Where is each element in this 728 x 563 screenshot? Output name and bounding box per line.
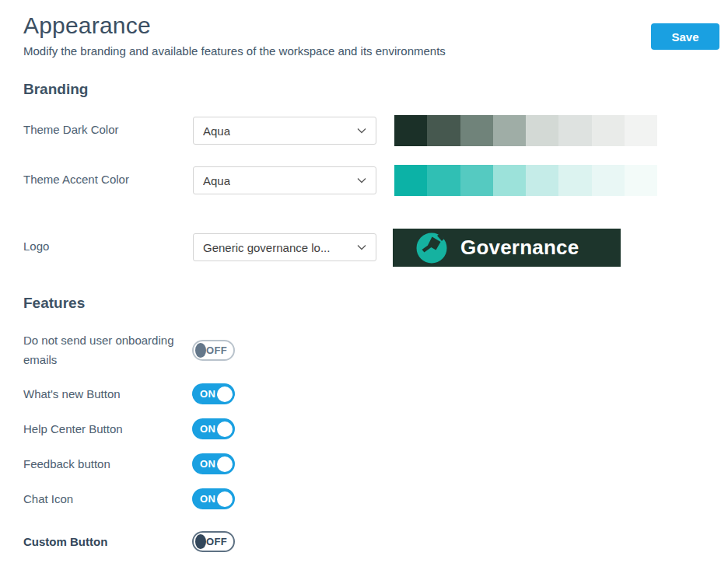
governance-gavel-icon (416, 233, 447, 264)
appearance-settings-page: Appearance Modify the branding and avail… (0, 0, 728, 563)
chevron-down-icon (355, 124, 368, 137)
toggle-help-center-button[interactable]: ON (192, 418, 235, 439)
logo-row: Logo Generic governance lo... Governance (23, 233, 728, 267)
palette-cell (625, 165, 657, 196)
palette-cell (493, 165, 526, 196)
toggle-chat-icon[interactable]: ON (192, 488, 235, 509)
feature-label: Custom Button (23, 532, 192, 551)
palette-cell (625, 115, 657, 146)
page-subtitle: Modify the branding and available featur… (23, 44, 705, 58)
theme-dark-color-palette (394, 115, 657, 146)
features-section-heading: Features (23, 295, 728, 312)
feature-row-chat-icon: Chat Icon ON (23, 488, 728, 509)
logo-dropdown-value: Generic governance lo... (203, 241, 330, 254)
toggle-state-label: ON (200, 423, 215, 435)
toggle-knob (217, 456, 233, 472)
palette-cell (493, 115, 526, 146)
palette-cell (558, 165, 591, 196)
toggle-knob (195, 534, 206, 549)
feature-label: What's new Button (23, 384, 192, 404)
feature-label: Help Center Button (23, 419, 192, 439)
logo-label: Logo (23, 233, 193, 253)
toggle-state-label: ON (200, 458, 215, 470)
theme-dark-color-dropdown[interactable]: Aqua (193, 117, 376, 145)
feature-label: Feedback button (23, 454, 192, 474)
toggle-knob (195, 343, 206, 358)
logo-dropdown[interactable]: Generic governance lo... (193, 233, 376, 261)
toggle-knob (217, 421, 233, 437)
theme-accent-color-value: Aqua (203, 174, 230, 187)
branding-section-heading: Branding (23, 81, 728, 98)
palette-cell (592, 165, 625, 196)
theme-dark-color-label: Theme Dark Color (23, 117, 193, 136)
theme-accent-color-palette (394, 165, 657, 196)
toggle-state-label: OFF (206, 536, 227, 547)
theme-accent-color-label: Theme Accent Color (23, 166, 193, 186)
palette-cell (427, 165, 460, 196)
governance-logo-text: Governance (460, 236, 579, 260)
palette-cell (592, 115, 625, 146)
page-title: Appearance (23, 12, 705, 39)
toggle-whats-new-button[interactable]: ON (192, 383, 235, 404)
chevron-down-icon (355, 241, 368, 254)
toggle-knob (217, 386, 233, 402)
toggle-state-label: ON (200, 493, 215, 505)
toggle-feedback-button[interactable]: ON (192, 453, 235, 474)
toggle-custom-button[interactable]: OFF (192, 531, 235, 552)
palette-cell (526, 115, 558, 146)
palette-cell (394, 115, 427, 146)
feature-label: Chat Icon (23, 489, 192, 509)
feature-row-whats-new: What's new Button ON (23, 383, 728, 404)
chevron-down-icon (355, 174, 368, 187)
feature-label: Do not send user onboarding emails (23, 330, 192, 369)
toggle-onboarding-emails[interactable]: OFF (192, 340, 235, 361)
palette-cell (460, 115, 493, 146)
feature-row-onboarding-emails: Do not send user onboarding emails OFF (23, 330, 728, 369)
palette-cell (558, 115, 591, 146)
palette-cell (526, 165, 558, 196)
palette-cell (460, 165, 493, 196)
feature-row-custom-button: Custom Button OFF (23, 531, 728, 552)
features-list: Do not send user onboarding emails OFF W… (23, 330, 728, 552)
theme-accent-color-row: Theme Accent Color Aqua (23, 166, 728, 196)
governance-logo-preview: Governance (393, 229, 621, 267)
toggle-state-label: ON (200, 388, 215, 400)
page-header: Appearance Modify the branding and avail… (0, 0, 728, 58)
theme-dark-color-value: Aqua (203, 124, 230, 138)
toggle-knob (217, 491, 233, 507)
save-button[interactable]: Save (651, 23, 719, 50)
palette-cell (394, 165, 427, 196)
feature-row-feedback: Feedback button ON (23, 453, 728, 474)
palette-cell (427, 115, 460, 146)
theme-dark-color-row: Theme Dark Color Aqua (23, 117, 728, 146)
theme-accent-color-dropdown[interactable]: Aqua (193, 166, 376, 194)
feature-row-help-center: Help Center Button ON (23, 418, 728, 439)
toggle-state-label: OFF (206, 344, 227, 356)
